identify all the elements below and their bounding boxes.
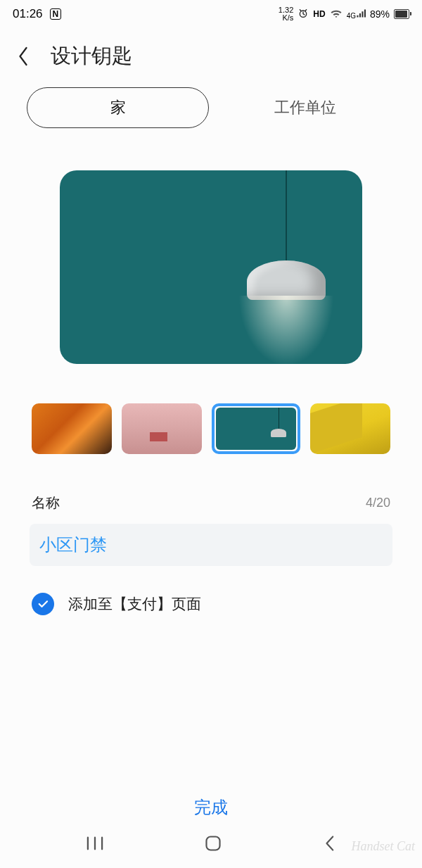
- alarm-icon: [298, 8, 309, 21]
- name-input[interactable]: [39, 535, 383, 555]
- system-nav-bar: [0, 826, 422, 861]
- name-label: 名称: [32, 493, 60, 512]
- tab-work[interactable]: 工作单位: [215, 87, 395, 128]
- tab-work-label: 工作单位: [274, 97, 336, 118]
- key-card-preview: [60, 170, 362, 364]
- wifi-icon: [330, 8, 343, 20]
- thumbnail-4[interactable]: [310, 403, 390, 454]
- battery-percent: 89%: [370, 8, 390, 20]
- name-counter: 4/20: [366, 496, 390, 510]
- back-icon[interactable]: [15, 46, 31, 67]
- background-thumbnails: [0, 403, 422, 454]
- svg-rect-1: [206, 836, 219, 850]
- page-title: 设计钥匙: [51, 42, 132, 70]
- tab-home[interactable]: 家: [27, 87, 209, 128]
- thumbnail-1[interactable]: [32, 403, 112, 454]
- category-tabs: 家 工作单位: [0, 87, 422, 128]
- battery-icon: [394, 9, 409, 19]
- hd-icon: HD: [313, 9, 325, 19]
- thumbnail-2[interactable]: [122, 403, 202, 454]
- cellular-icon: 4G: [347, 8, 366, 20]
- app-header: 设计钥匙: [0, 28, 422, 87]
- done-button[interactable]: 完成: [0, 796, 422, 819]
- nfc-icon: N: [50, 8, 62, 20]
- home-button[interactable]: [204, 834, 222, 853]
- net-speed-indicator: 1.32 K/s: [279, 6, 293, 22]
- back-button[interactable]: [321, 834, 337, 853]
- tab-home-label: 家: [110, 97, 126, 118]
- status-bar: 01:26 N 1.32 K/s HD 4G 89%: [0, 0, 422, 28]
- thumbnail-3[interactable]: [212, 403, 300, 454]
- status-time: 01:26: [13, 7, 43, 21]
- recents-button[interactable]: [85, 836, 105, 851]
- add-to-pay-checkbox[interactable]: [32, 593, 54, 615]
- add-to-pay-label: 添加至【支付】页面: [68, 594, 201, 614]
